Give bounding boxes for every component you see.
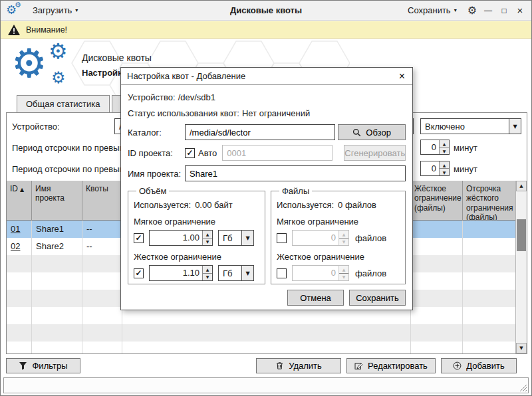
spinner-value: 1.00 [150,231,202,245]
spinner-down-icon[interactable]: ▼ [203,238,212,246]
cancel-button[interactable]: Отмена [287,290,344,306]
titlebar: ⚙ ⚙ Загрузить ▾ Дисковые квоты Сохранить… [1,1,531,21]
device-value: /dev/sdb1 [178,92,215,102]
warning-text: Внимание! [26,25,67,35]
gear-icon: ⚙ [51,70,66,86]
cell-quota: -- [82,238,122,255]
volume-hard-limit-checkbox[interactable]: ✓ [134,268,144,278]
chevron-down-icon: ▾ [454,7,457,13]
trash-icon [275,361,284,370]
volume-soft-limit-label: Мягкое ограничение [134,217,259,227]
catalog-input[interactable] [185,124,335,140]
device-label: Устройство: [12,122,60,132]
grace-hard-unit: минут [454,164,477,174]
add-button[interactable]: Добавить [441,358,517,373]
auto-id-checkbox[interactable]: ✓ [185,148,195,158]
volume-hard-limit-label: Жесткое ограничение [134,252,259,262]
scrollbar-thumb[interactable] [517,219,526,251]
save-menu-button[interactable]: Сохранить ▾ [404,3,461,17]
close-button[interactable]: × [515,5,525,16]
spinner-up-icon[interactable]: ▲ [440,161,449,168]
files-soft-limit-spinner: 0 ▲ ▼ [292,230,349,246]
spinner-value: 1.10 [150,266,202,280]
files-hard-limit-checkbox[interactable] [277,268,287,278]
dialog-status-line: Статус использования квот:Нет ограничени… [128,108,406,118]
page-title: Дисковые квоты [82,52,152,63]
gear-icon: ⚙ [49,41,68,62]
gear-icon: ⚙ [11,43,47,83]
minimize-button[interactable]: — [483,6,493,15]
warning-icon [7,24,21,36]
chevron-down-icon[interactable]: ▼ [241,231,253,245]
project-name-input[interactable] [185,165,406,181]
resize-grip-icon[interactable] [518,383,527,392]
check-icon: ✓ [186,149,193,157]
load-menu-label: Загрузить [33,5,72,15]
filter-funnel-icon [19,361,27,370]
app-logo-gears: ⚙ ⚙ ⚙ [11,42,80,95]
spinner-value: 0 [421,140,439,154]
chevron-down-icon[interactable]: ▼ [241,266,253,280]
volume-hard-unit-combobox[interactable]: Гб ▼ [218,265,254,281]
volume-soft-limit-checkbox[interactable]: ✓ [134,233,144,243]
spinner-value: 0 [421,161,439,175]
maximize-button[interactable]: □ [499,6,509,15]
dialog-close-icon[interactable]: × [398,71,406,82]
chevron-down-icon[interactable]: ▼ [509,119,521,134]
scroll-down-icon[interactable]: ▼ [516,343,527,353]
tab-general-statistics[interactable]: Общая статистика [17,95,110,113]
volume-used-line: Используется:0.00 байт [134,200,259,210]
gear-icon: ⚙ [15,1,21,9]
scroll-up-icon[interactable]: ▲ [516,181,527,191]
chevron-down-icon: ▾ [75,7,78,13]
browse-button[interactable]: Обзор [338,124,406,140]
spinner-up-icon: ▲ [339,231,348,238]
save-button[interactable]: Сохранить [349,290,406,306]
files-soft-limit-checkbox[interactable] [277,233,287,243]
app-logo-gears-icon: ⚙ ⚙ [6,3,23,18]
cell-id[interactable]: 01 [7,221,32,238]
spinner-up-icon[interactable]: ▲ [440,140,449,147]
vertical-scrollbar[interactable]: ▲ ▼ [515,181,527,353]
action-bar: Фильтры Удалить Редактировать Добавить [6,358,526,373]
column-header-hard-limit-grace-files[interactable]: Отсрочка жёсткого ограничения (файлы) [463,181,515,221]
spinner-up-icon[interactable]: ▲ [203,231,212,238]
column-header-hard-limit-files[interactable]: Жёсткое ограничение (файлы) [411,181,463,221]
auto-label: Авто [198,148,217,158]
unit-value: Гб [219,231,241,245]
status-bar [3,377,529,393]
load-menu-button[interactable]: Загрузить ▾ [29,3,82,17]
column-header-quotas[interactable]: Квоты [82,181,122,221]
edit-button[interactable]: Редактировать [346,358,436,373]
plus-circle-icon [453,361,462,370]
spinner-down-icon[interactable]: ▼ [203,273,212,281]
volume-group: Объём Используется:0.00 байт Мягкое огра… [128,186,265,284]
filters-button[interactable]: Фильтры [6,358,80,373]
dialog-titlebar: Настройка квот - Добавление × [121,68,412,85]
search-icon [352,128,361,137]
volume-hard-limit-spinner[interactable]: 1.10 ▲ ▼ [149,265,213,281]
settings-gear-icon[interactable]: ⚙ [467,4,477,17]
spinner-down-icon[interactable]: ▼ [440,147,449,154]
cell-id[interactable]: 02 [7,238,32,255]
quota-status-combobox[interactable]: Включено ▼ [420,118,521,134]
project-id-input [222,145,332,161]
spinner-down-icon: ▼ [339,238,348,246]
column-header-id[interactable]: ID▲ [7,181,32,221]
check-icon: ✓ [135,234,142,242]
cell-quota: -- [82,221,122,238]
spinner-value: 0 [293,266,338,280]
spinner-down-icon[interactable]: ▼ [440,168,449,175]
delete-button[interactable]: Удалить [256,358,341,373]
check-icon: ✓ [135,269,142,277]
files-group-title: Файлы [279,186,312,196]
volume-soft-limit-spinner[interactable]: 1.00 ▲ ▼ [149,230,213,246]
column-header-project-name[interactable]: Имя проекта [32,181,82,221]
grace-soft-spinner[interactable]: 0 ▲ ▼ [420,140,450,155]
files-hard-limit-label: Жесткое ограничение [277,252,400,262]
grace-hard-spinner[interactable]: 0 ▲ ▼ [420,161,450,176]
files-used-value: 0 файлов [338,200,376,210]
spinner-up-icon[interactable]: ▲ [203,266,212,273]
spinner-value: 0 [293,231,338,245]
volume-soft-unit-combobox[interactable]: Гб ▼ [218,230,254,246]
